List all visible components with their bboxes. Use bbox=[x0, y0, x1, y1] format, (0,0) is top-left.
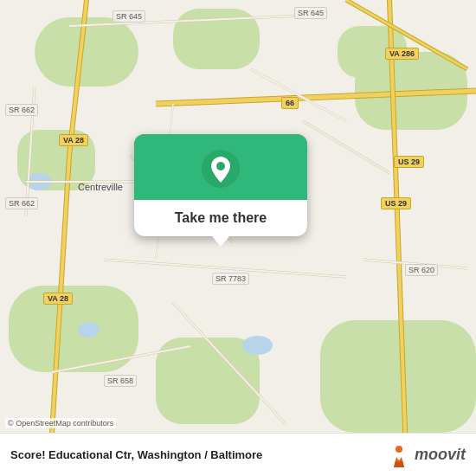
popup-card: Take me there bbox=[134, 134, 307, 236]
svg-line-7 bbox=[389, 0, 407, 476]
svg-point-33 bbox=[216, 162, 225, 170]
map-attribution: © OpenStreetMap contributors bbox=[5, 418, 116, 428]
place-label-centreville: Centreville bbox=[78, 182, 123, 192]
road-label-sr7783: SR 7783 bbox=[212, 273, 249, 285]
svg-line-29 bbox=[303, 121, 389, 173]
info-bar: Score! Educational Ctr, Washington / Bal… bbox=[0, 433, 476, 476]
location-title: Score! Educational Ctr, Washington / Bal… bbox=[10, 448, 262, 461]
road-label-sr658: SR 658 bbox=[104, 375, 137, 387]
take-me-there-button[interactable]: Take me there bbox=[148, 210, 293, 226]
popup-bottom: Take me there bbox=[134, 200, 307, 236]
moovit-logo[interactable]: moovit bbox=[387, 443, 466, 467]
road-label-sr662-top: SR 662 bbox=[5, 104, 38, 116]
svg-line-3 bbox=[69, 0, 87, 156]
svg-line-25 bbox=[173, 303, 286, 424]
road-label-us29-top: US 29 bbox=[394, 156, 424, 168]
road-label-sr620: SR 620 bbox=[405, 264, 438, 276]
svg-point-35 bbox=[396, 446, 402, 453]
road-label-66: 66 bbox=[281, 97, 299, 109]
road-label-sr662-bottom: SR 662 bbox=[5, 197, 38, 209]
location-pin-icon bbox=[202, 150, 240, 188]
road-label-va28-top: VA 28 bbox=[59, 134, 88, 146]
popup-top bbox=[134, 134, 307, 200]
svg-line-9 bbox=[69, 16, 303, 26]
road-label-us29-bottom: US 29 bbox=[381, 197, 411, 209]
road-label-sr645-left: SR 645 bbox=[113, 10, 145, 23]
svg-line-17 bbox=[52, 346, 190, 372]
roads-layer bbox=[0, 0, 476, 476]
moovit-label: moovit bbox=[415, 446, 466, 464]
road-label-sr645-right: SR 645 bbox=[294, 7, 327, 19]
map-container: SR 645 SR 645 SR 662 SR 662 VA 28 VA 28 … bbox=[0, 0, 476, 476]
road-label-va286: VA 286 bbox=[385, 48, 419, 60]
svg-line-1 bbox=[156, 91, 476, 104]
popup-tail bbox=[212, 236, 229, 247]
moovit-brand-icon bbox=[387, 443, 411, 467]
road-label-va28-bottom: VA 28 bbox=[43, 293, 73, 305]
info-left: Score! Educational Ctr, Washington / Bal… bbox=[10, 448, 262, 461]
